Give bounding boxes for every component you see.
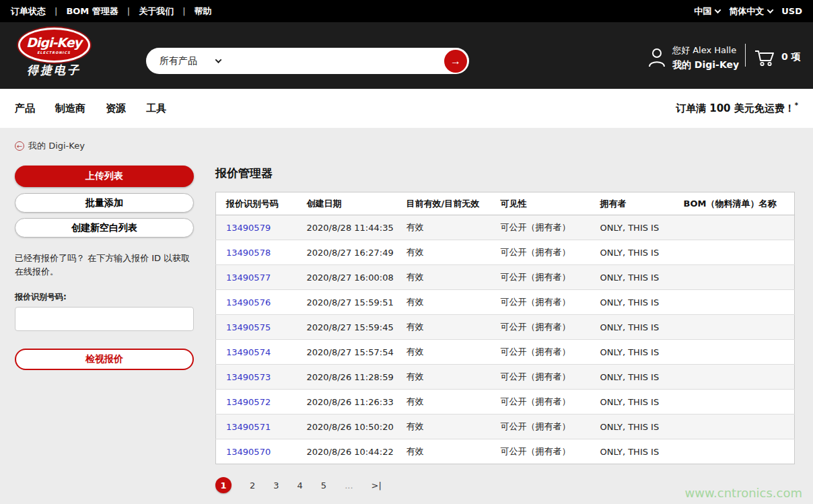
nav-item-products[interactable]: 产品 bbox=[15, 102, 35, 115]
table-row: 134905722020/8/26 11:26:33有效可公开（拥有者）ONLY… bbox=[216, 390, 795, 415]
visibility-cell: 可公开（拥有者） bbox=[491, 390, 590, 415]
bulk-add-button[interactable]: 批量添加 bbox=[15, 193, 194, 213]
topbar-link-about-us[interactable]: 关于我们 bbox=[139, 5, 174, 17]
visibility-cell: 可公开（拥有者） bbox=[491, 415, 590, 439]
quote-id-link[interactable]: 13490576 bbox=[226, 297, 271, 308]
search-bar: 所有产品 → bbox=[146, 48, 469, 74]
table-row: 134905752020/8/27 15:59:45有效可公开（拥有者）ONLY… bbox=[216, 315, 795, 340]
my-digikey-link: 我的 Digi-Key bbox=[672, 59, 739, 70]
breadcrumb[interactable]: ← 我的 Digi-Key bbox=[15, 140, 85, 152]
table-row: 134905792020/8/28 11:44:35有效可公开（拥有者）ONLY… bbox=[216, 215, 795, 240]
person-icon bbox=[648, 47, 666, 67]
free-shipping-promo: 订单满 100 美元免运费！* bbox=[676, 102, 798, 115]
topbar: 订单状态 | BOM 管理器 | 关于我们 | 帮助 中国 简体中文 USD bbox=[0, 0, 813, 22]
account-menu[interactable]: 您好 Alex Halle 我的 Digi-Key bbox=[648, 42, 739, 71]
table-row: 134905702020/8/26 10:44:22有效可公开（拥有者）ONLY… bbox=[216, 439, 795, 464]
quote-id-link[interactable]: 13490575 bbox=[226, 322, 271, 332]
chevron-down-icon bbox=[767, 7, 774, 13]
created-date-cell: 2020/8/26 10:50:20 bbox=[297, 415, 396, 439]
pagination-page-3[interactable]: 3 bbox=[273, 480, 279, 491]
visibility-cell: 可公开（拥有者） bbox=[491, 290, 590, 315]
pagination-current-page[interactable]: 1 bbox=[215, 477, 232, 493]
quote-id-link[interactable]: 13490572 bbox=[226, 397, 271, 407]
promo-asterisk: * bbox=[795, 102, 798, 109]
quote-table-body: 134905792020/8/28 11:44:35有效可公开（拥有者）ONLY… bbox=[216, 215, 795, 464]
visibility-cell: 可公开（拥有者） bbox=[491, 439, 590, 464]
nav-item-manufacturers[interactable]: 制造商 bbox=[55, 102, 85, 115]
pagination-page-4[interactable]: 4 bbox=[297, 480, 303, 491]
owner-cell: ONLY, THIS IS bbox=[590, 415, 674, 439]
bom-name-cell bbox=[674, 390, 795, 415]
pagination-page-2[interactable]: 2 bbox=[250, 480, 255, 491]
search-input[interactable] bbox=[237, 48, 444, 74]
search-submit-button[interactable]: → bbox=[444, 50, 467, 73]
page-title: 报价管理器 bbox=[215, 166, 795, 181]
quote-id-link[interactable]: 13490570 bbox=[226, 447, 271, 457]
status-cell: 有效 bbox=[396, 415, 491, 439]
quote-id-cell: 13490574 bbox=[216, 340, 297, 365]
digikey-logo[interactable]: Digi-Key ELECTRONICS 得捷电子 bbox=[13, 28, 94, 78]
quote-id-link[interactable]: 13490579 bbox=[226, 223, 271, 233]
page-content: ← 我的 Digi-Key 上传列表 批量添加 创建新空白列表 已经有报价了吗？… bbox=[0, 128, 813, 504]
quote-id-cell: 13490572 bbox=[216, 390, 297, 415]
topbar-separator: | bbox=[127, 6, 130, 16]
quote-id-input[interactable] bbox=[15, 307, 194, 331]
nav-item-resources[interactable]: 资源 bbox=[106, 102, 126, 115]
quote-id-link[interactable]: 13490578 bbox=[226, 248, 271, 258]
sidebar: 上传列表 批量添加 创建新空白列表 已经有报价了吗？ 在下方输入报价 ID 以获… bbox=[15, 166, 194, 370]
currency-selector[interactable]: USD bbox=[781, 6, 802, 16]
main-nav: 产品 制造商 资源 工具 订单满 100 美元免运费！* bbox=[0, 89, 813, 128]
topbar-link-bom-manager[interactable]: BOM 管理器 bbox=[66, 5, 118, 17]
status-cell: 有效 bbox=[396, 240, 491, 265]
quote-id-label: 报价识别号码: bbox=[15, 291, 194, 303]
greeting-text: 您好 Alex Halle bbox=[672, 45, 736, 55]
topbar-link-order-status[interactable]: 订单状态 bbox=[11, 5, 46, 17]
table-row: 134905782020/8/27 16:27:49有效可公开（拥有者）ONLY… bbox=[216, 240, 795, 265]
visibility-cell: 可公开（拥有者） bbox=[491, 215, 590, 240]
created-date-cell: 2020/8/27 15:59:51 bbox=[297, 290, 396, 315]
bom-name-cell bbox=[674, 439, 795, 464]
cart-button[interactable]: 0 项 bbox=[754, 48, 801, 67]
bom-name-cell bbox=[674, 215, 795, 240]
view-quote-button[interactable]: 检视报价 bbox=[15, 349, 194, 370]
owner-cell: ONLY, THIS IS bbox=[590, 265, 674, 290]
quote-id-link[interactable]: 13490577 bbox=[226, 273, 271, 283]
bom-name-cell bbox=[674, 290, 795, 315]
nav-item-tools[interactable]: 工具 bbox=[146, 102, 166, 115]
cart-icon bbox=[754, 48, 775, 67]
language-label: 简体中文 bbox=[729, 5, 764, 17]
quote-id-cell: 13490579 bbox=[216, 215, 297, 240]
owner-cell: ONLY, THIS IS bbox=[590, 290, 674, 315]
quote-id-cell: 13490571 bbox=[216, 415, 297, 439]
bom-name-cell bbox=[674, 340, 795, 365]
created-date-cell: 2020/8/27 16:00:08 bbox=[297, 265, 396, 290]
owner-cell: ONLY, THIS IS bbox=[590, 215, 674, 240]
search-category-label: 所有产品 bbox=[160, 55, 197, 67]
status-cell: 有效 bbox=[396, 340, 491, 365]
region-selector[interactable]: 中国 bbox=[694, 5, 720, 17]
owner-cell: ONLY, THIS IS bbox=[590, 340, 674, 365]
quote-table: 报价识别号码 创建日期 目前有效/目前无效 可见性 拥有者 BOM（物料清单）名… bbox=[215, 192, 795, 464]
table-row: 134905772020/8/27 16:00:08有效可公开（拥有者）ONLY… bbox=[216, 265, 795, 290]
search-category-dropdown[interactable]: 所有产品 bbox=[146, 55, 237, 67]
topbar-link-help[interactable]: 帮助 bbox=[195, 5, 212, 17]
upload-list-button[interactable]: 上传列表 bbox=[15, 166, 194, 187]
col-header-owner: 拥有者 bbox=[590, 192, 674, 215]
table-row: 134905742020/8/27 15:57:54有效可公开（拥有者）ONLY… bbox=[216, 340, 795, 365]
breadcrumb-label: 我的 Digi-Key bbox=[28, 140, 85, 152]
main-nav-items: 产品 制造商 资源 工具 bbox=[15, 102, 166, 115]
language-selector[interactable]: 简体中文 bbox=[729, 5, 773, 17]
quote-id-link[interactable]: 13490571 bbox=[226, 422, 271, 432]
pagination-last-page-button[interactable]: >| bbox=[372, 480, 382, 491]
topbar-selectors: 中国 简体中文 USD bbox=[694, 5, 802, 17]
create-blank-list-button[interactable]: 创建新空白列表 bbox=[15, 218, 194, 238]
quote-id-link[interactable]: 13490574 bbox=[226, 347, 271, 357]
cart-count: 0 项 bbox=[781, 51, 801, 63]
visibility-cell: 可公开（拥有者） bbox=[491, 240, 590, 265]
visibility-cell: 可公开（拥有者） bbox=[491, 315, 590, 340]
quote-id-link[interactable]: 13490573 bbox=[226, 372, 271, 382]
quote-table-header: 报价识别号码 创建日期 目前有效/目前无效 可见性 拥有者 BOM（物料清单）名… bbox=[216, 192, 795, 215]
bom-name-cell bbox=[674, 315, 795, 340]
pagination-page-5[interactable]: 5 bbox=[321, 480, 326, 491]
bom-name-cell bbox=[674, 265, 795, 290]
